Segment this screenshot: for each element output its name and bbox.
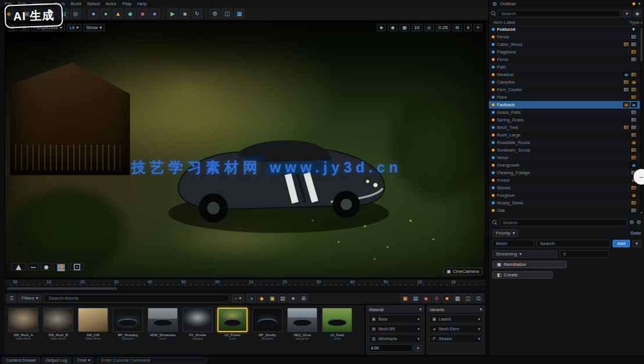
visibility-dot[interactable] (492, 81, 495, 84)
mini-panel-header[interactable]: Variants▾ (427, 306, 484, 313)
outliner-row[interactable]: Mossy_Stone (489, 199, 640, 207)
visibility-dot[interactable] (492, 58, 495, 61)
filter-levels-button[interactable]: ■ (442, 294, 452, 302)
mini-panel-row[interactable]: ▥Wireframe▾ (368, 334, 422, 343)
visibility-dot[interactable] (492, 126, 495, 129)
streaming-dropdown[interactable]: Streaming ▾ (492, 250, 557, 258)
visibility-dot[interactable] (492, 156, 495, 159)
gear-icon[interactable]: ⚙ (492, 1, 497, 7)
favorites-button[interactable]: ◆ (257, 294, 266, 302)
create-button[interactable]: ◧ Create (492, 271, 553, 279)
outliner-row[interactable]: Campfire (489, 78, 640, 86)
eye-icon[interactable]: ◉ (633, 10, 642, 17)
outliner-row[interactable]: Bush_Large (489, 131, 640, 139)
add-options-button[interactable]: ▾ (632, 240, 641, 247)
toolbar-refresh-button[interactable]: ↻ (192, 9, 202, 19)
cmd-dropdown[interactable]: Cmd ▾ (74, 357, 94, 363)
scroll-up-icon[interactable]: ▴ (639, 20, 643, 24)
outliner-row[interactable]: Fastback (489, 101, 640, 109)
toolbar-camera-button[interactable]: ◎ (70, 9, 81, 19)
visibility-dot[interactable] (492, 43, 495, 46)
viewport-tool-icon[interactable]: ◉ (388, 24, 398, 31)
mini-panel-row[interactable]: ●Mesh Elem▾ (429, 325, 482, 333)
viewport-tool-icon[interactable]: ◈ (377, 24, 386, 31)
toolbar-snap-button[interactable]: ▦ (234, 9, 245, 19)
outliner-row[interactable]: Ferns (489, 56, 640, 63)
outliner-row[interactable]: Cabin_Wood (489, 41, 640, 48)
reinitialize-button[interactable]: ▣ Reinitialize (492, 261, 567, 268)
visibility-dot[interactable] (492, 194, 495, 197)
asset-card[interactable]: FX_SmokeNiagara (181, 308, 214, 354)
filter-materials-button[interactable]: ◆ (421, 294, 431, 302)
menu-help[interactable]: Help (137, 1, 146, 6)
visibility-dot[interactable] (492, 88, 495, 91)
outliner-row[interactable]: Foxglove (489, 192, 640, 199)
viewport-corner-button[interactable]: ▦ (53, 263, 68, 271)
mesh-search-field[interactable]: Search (536, 240, 610, 247)
chevron-down-icon[interactable]: ▾ (638, 1, 641, 6)
toolbar-fracture-button[interactable]: ■ (137, 9, 148, 19)
snap-value[interactable]: 4 (464, 24, 472, 31)
timeline-scrollbar[interactable] (5, 287, 485, 290)
timeline-ruler[interactable]: 3010203040500010203040501016 (5, 279, 485, 286)
viewport-corner-button[interactable]: ▲ (11, 263, 26, 271)
viewport-show-dropdown[interactable]: Show▾ (83, 24, 105, 31)
asset-card[interactable]: LV_ForestLevel (216, 308, 249, 354)
folder-button[interactable]: ▣ (267, 294, 277, 302)
outliner-row[interactable]: Fern_Cluster (489, 86, 640, 93)
mini-panel-row[interactable]: PStream▾ (429, 334, 482, 343)
asset-card[interactable]: SM_Rock_AStatic Mesh (7, 308, 40, 354)
details-search-input[interactable] (500, 219, 627, 226)
menu-select[interactable]: Select (87, 1, 100, 6)
viewport-corner-button[interactable]: ⊡ (70, 263, 84, 271)
asset-card[interactable]: LV_FieldLevel (321, 308, 353, 354)
outliner-row[interactable]: Flagstone (489, 48, 640, 56)
visibility-dot[interactable] (492, 35, 495, 38)
outliner-row[interactable]: Birch_Tree (489, 124, 640, 131)
column-type[interactable]: Type (629, 20, 639, 25)
chevron-down-icon[interactable]: ▾ (414, 344, 422, 352)
visibility-dot[interactable] (492, 149, 495, 152)
filters-dropdown[interactable]: Filters ▾ (19, 294, 41, 302)
mini-panel-row[interactable]: ▣Base▾ (368, 315, 422, 323)
camera-label-chip[interactable]: ▣ CineCamera (443, 268, 482, 275)
visibility-dot[interactable] (492, 179, 495, 182)
outliner-row[interactable]: Overgrowth (489, 161, 640, 169)
asset-card[interactable]: BP_ShelbyBlueprint (251, 308, 284, 354)
viewport-scene[interactable] (5, 21, 485, 277)
toolbar-play-button[interactable]: ▶ (167, 9, 178, 19)
viewport-tool-icon[interactable]: ≡ (474, 24, 482, 31)
asset-search-input[interactable] (44, 294, 230, 302)
content-drawer-button[interactable]: Content Drawer (2, 357, 40, 363)
star-button[interactable]: ★ (288, 294, 298, 302)
gear-icon[interactable]: ⚙ (636, 219, 641, 225)
mini-panel-row[interactable]: ▤Mesh BR▾ (368, 325, 422, 333)
snap-value[interactable]: 10 (412, 24, 423, 31)
visibility-dot[interactable] (492, 141, 495, 144)
toolbar-stop-button[interactable]: ■ (180, 9, 190, 19)
visibility-dot[interactable] (492, 96, 495, 99)
outliner-row[interactable]: Path (489, 63, 640, 71)
outliner-row[interactable]: Spring_Grass (489, 116, 640, 124)
menu-actor[interactable]: Actor (106, 1, 117, 6)
zoom-dropdown[interactable]: – ▾ (232, 294, 244, 302)
outliner-settings-button[interactable]: ▾ (622, 10, 631, 17)
menu-play[interactable]: Play (123, 1, 132, 6)
viewport[interactable]: ☰⊡Perspective▾Lit▾Show▾◈◉▦10◎0.25⊞4≡ 技艺学… (5, 21, 485, 278)
outliner-row[interactable]: Fence (489, 33, 640, 41)
viewport-lit-dropdown[interactable]: Lit▾ (67, 24, 81, 31)
mini-panel-header[interactable]: Material▾ (367, 306, 424, 313)
outliner-row[interactable]: Stones (489, 184, 640, 192)
output-log-button[interactable]: Output Log (42, 357, 71, 363)
gear-icon[interactable]: ⚙ (629, 219, 634, 225)
asset-card[interactable]: HDR_ShowcaseLevel (146, 308, 179, 354)
filter-textures-button[interactable]: ▥ (453, 294, 462, 302)
viewport-corner-button[interactable]: – (28, 263, 39, 271)
priority-dropdown[interactable]: Priority ▾ (492, 229, 518, 237)
viewport-tool-icon[interactable]: ⊞ (452, 24, 462, 31)
outliner-row[interactable]: Flare (489, 93, 640, 101)
outliner-row[interactable]: Clearing_Foliage (489, 169, 640, 176)
visibility-dot[interactable] (492, 209, 495, 212)
outliner-row[interactable]: Forest (489, 176, 640, 184)
recent-button[interactable]: ◑ (246, 294, 256, 302)
